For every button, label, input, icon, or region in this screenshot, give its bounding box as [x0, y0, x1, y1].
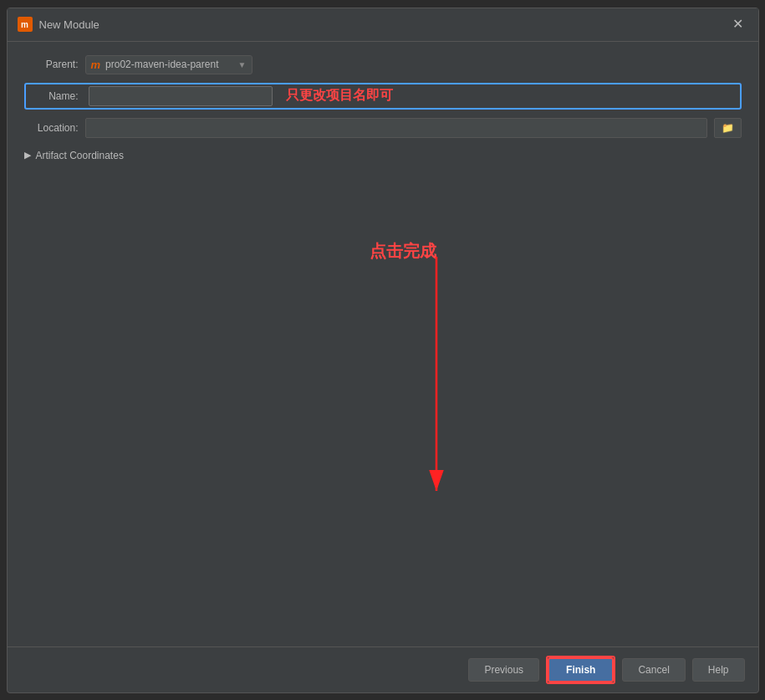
- finish-wrapper: Finish: [546, 656, 615, 684]
- location-row: Location: 📁: [24, 118, 742, 138]
- new-module-dialog: m New Module ✕ Parent: m pro02-maven-ide…: [7, 8, 759, 693]
- title-bar: m New Module ✕: [8, 8, 758, 42]
- name-input[interactable]: [89, 86, 273, 106]
- title-left: m New Module: [18, 17, 99, 32]
- previous-button[interactable]: Previous: [468, 658, 539, 682]
- parent-dropdown[interactable]: m pro02-maven-idea-parent ▼: [85, 55, 252, 74]
- name-annotation: 只更改项目名即可: [279, 87, 393, 105]
- browse-button[interactable]: 📁: [714, 118, 742, 138]
- footer: Previous Finish Cancel Help: [8, 646, 758, 692]
- artifact-chevron-icon: ▶: [24, 150, 31, 161]
- artifact-row[interactable]: ▶ Artifact Coordinates: [24, 146, 742, 165]
- finish-button[interactable]: Finish: [548, 657, 614, 682]
- cancel-button[interactable]: Cancel: [622, 658, 685, 682]
- name-row: Name: 只更改项目名即可: [24, 83, 742, 110]
- chevron-down-icon: ▼: [238, 60, 247, 69]
- dialog-title: New Module: [39, 18, 99, 31]
- parent-value: pro02-maven-idea-parent: [105, 59, 233, 70]
- dialog-content: Parent: m pro02-maven-idea-parent ▼ Name…: [8, 42, 758, 646]
- location-input[interactable]: [85, 118, 707, 138]
- module-icon: m: [18, 17, 33, 32]
- parent-label: Parent:: [24, 59, 79, 70]
- location-label: Location:: [24, 122, 79, 134]
- help-button[interactable]: Help: [692, 658, 745, 682]
- parent-row: Parent: m pro02-maven-idea-parent ▼: [24, 55, 742, 74]
- close-button[interactable]: ✕: [727, 16, 748, 33]
- annotation-area: 点击完成: [24, 173, 742, 633]
- arrow-icon: [370, 257, 503, 508]
- name-label: Name:: [28, 90, 82, 102]
- maven-icon: m: [91, 59, 101, 71]
- artifact-label: Artifact Coordinates: [36, 150, 124, 161]
